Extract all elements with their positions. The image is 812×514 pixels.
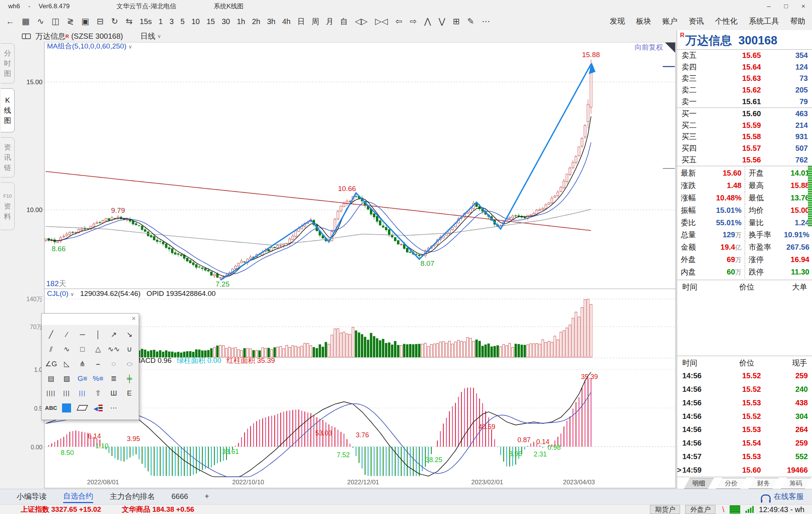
link-icon[interactable] [22, 33, 31, 39]
fan-lines-tool[interactable]: ⋔ [74, 356, 90, 371]
book-price: 15.65 [677, 51, 761, 60]
vertical-line-tool[interactable]: │ [90, 327, 106, 342]
parallel-lines-tool[interactable]: ⫽ [43, 342, 59, 356]
book-row-买五: 买五15.56762 [677, 154, 812, 166]
more-tools[interactable]: ⋯ [106, 400, 122, 415]
stat-unit: 万 [735, 232, 742, 239]
bottom-tab-+[interactable]: + [205, 492, 209, 502]
gann-lines-tool[interactable]: G≡ [74, 371, 90, 386]
trade-volume: 264 [795, 425, 808, 434]
bottom-tab-6666[interactable]: 6666 [171, 492, 188, 502]
triangle-tool[interactable]: △ [90, 342, 106, 356]
ma-combo-label[interactable]: MA组合(5,10,0,0,60,250)∨ [47, 41, 132, 51]
trade-list[interactable]: 14:5615.5225914:5615.5224014:5615.534381… [677, 369, 812, 477]
channel-tool[interactable]: ▧ [59, 371, 75, 386]
arrow-up-tool[interactable]: ↗ [106, 327, 122, 342]
dashed-line-tool[interactable]: ∕ [59, 327, 75, 342]
chevron-down-icon: ∨ [128, 44, 132, 50]
col-time: 时间 [682, 358, 697, 368]
popup-title-bar[interactable]: × [42, 314, 139, 325]
account-button-期货户[interactable]: 期货户 [650, 505, 680, 514]
panel-tab-分价[interactable]: 分价 [716, 478, 746, 489]
gann-box-tool[interactable]: ▤ [43, 371, 59, 386]
trade-price: 15.52 [677, 371, 761, 380]
arrow-marker-tool[interactable]: ⇧ [90, 386, 106, 400]
stat-label: 量比 [749, 218, 764, 228]
panel-tab-财务[interactable]: 财务 [748, 478, 779, 489]
right-triangle-tool[interactable]: ◺ [59, 356, 75, 371]
panel-tab-筹码[interactable]: 筹码 [781, 478, 811, 489]
macd-value-label: 1.10 [95, 442, 108, 450]
trade-price: 15.53 [677, 425, 761, 434]
trade-volume: 552 [795, 452, 808, 461]
book-row-买四: 买四15.57507 [677, 143, 812, 154]
arrow-down-tool[interactable]: ↘ [121, 327, 137, 342]
trade-volume: 259 [795, 371, 808, 380]
u-curve-tool[interactable]: ∪ [121, 342, 137, 356]
close-icon[interactable]: × [132, 314, 136, 323]
ruler-tool[interactable]: Ш [106, 386, 122, 400]
stat-value: 10.48% [716, 194, 742, 202]
text-tool[interactable]: ABC [43, 400, 59, 415]
symbol-name: 万达信息 [35, 31, 65, 41]
arc-tool[interactable]: ⌢ [90, 356, 106, 371]
stat-label: 换手率 [749, 230, 771, 240]
scrollbar-thumb[interactable] [808, 165, 812, 226]
panel-tab-明细[interactable]: 明细 [684, 478, 714, 489]
eraser-tool[interactable] [74, 400, 90, 415]
book-volume: 463 [795, 109, 808, 118]
stat-value: 19.4亿 [721, 243, 742, 252]
zigzag-tool[interactable]: ∿ [59, 342, 75, 356]
cjl-label[interactable]: CJL(0)∨ [47, 290, 74, 298]
color-swatch[interactable] [59, 400, 75, 415]
bottom-tab-小编导读[interactable]: 小编导读 [17, 491, 47, 502]
trade-row: 14:5615.53438 [677, 396, 812, 410]
stat-row: 振幅15.01%均价15.00 [677, 204, 812, 217]
book-price: 15.63 [677, 74, 761, 83]
rectangle-tool[interactable]: □ [74, 342, 90, 356]
chevron-down-icon[interactable]: ∨ [157, 33, 161, 39]
chevron-down-icon: ∨ [70, 291, 74, 297]
macd-indicator-bar: MACD 0.96 绿柱面积 0.00 红柱面积 35.39 [135, 356, 275, 365]
book-volume: 931 [795, 132, 808, 141]
stat-right: 均价15.00 [745, 204, 812, 217]
insert-bars-tool[interactable]: ◀ [90, 400, 106, 415]
book-volume: 762 [795, 156, 808, 164]
ellipse-tool[interactable]: ◌ [121, 356, 137, 371]
circle-tool[interactable]: ◌ [106, 356, 122, 371]
line-tool[interactable]: ╱ [43, 327, 59, 342]
bottom-tab-主力合约排名[interactable]: 主力合约排名 [110, 491, 155, 502]
andrews-pitchfork-tool[interactable]: ╪ [121, 371, 137, 386]
macd-value-label: 38.25 [425, 456, 442, 464]
percent-lines-tool[interactable]: %≡ [90, 371, 106, 386]
symbol-bar: 万达信息R (SZSE 300168) 日线 ∨ [15, 30, 677, 42]
bottom-tab-自选合约[interactable]: 自选合约 [63, 491, 93, 503]
stat-row: 最新15.60开盘14.01 [677, 167, 812, 179]
stat-value: 15.01% [716, 206, 742, 215]
period-selector[interactable]: 日线 [140, 31, 155, 41]
price-adjust-mode[interactable]: 向前复权 [635, 42, 663, 52]
stat-value: 267.56 [786, 243, 809, 252]
gann-angle-tool[interactable]: ∠G [43, 356, 59, 371]
stat-row: 涨幅10.48%最低13.76 [677, 192, 812, 204]
stat-left: 振幅15.01% [677, 204, 745, 217]
book-volume: 214 [795, 121, 808, 130]
fib-time-tool[interactable]: ||| [74, 386, 90, 400]
account-button-外盘户[interactable]: 外盘户 [685, 505, 715, 514]
stat-value: 11.30 [791, 268, 809, 276]
cycle-lines-tool[interactable]: |||| [43, 386, 59, 400]
wave-tool[interactable]: ∿∿ [106, 342, 122, 356]
note-tool[interactable]: E [121, 386, 137, 400]
stat-left: 涨跌1.48 [677, 179, 745, 192]
speed-lines-tool[interactable]: ≣ [106, 371, 122, 386]
stat-unit: 亿 [735, 244, 742, 251]
book-price: 15.60 [677, 109, 761, 118]
horizontal-line-tool[interactable]: ─ [74, 327, 90, 342]
volume-axis-label: 70万 [30, 324, 42, 330]
online-service[interactable]: 在线客服 [761, 491, 804, 502]
time-lines-tool[interactable]: ||| [59, 386, 75, 400]
stat-label: 市盈率 [749, 242, 771, 252]
ma-indicator-bar: MA组合(5,10,0,0,60,250)∨ [47, 41, 132, 51]
stat-row: 委比55.01%量比1.24 [677, 217, 812, 229]
book-row-买一: 买一15.60463 [677, 108, 812, 120]
